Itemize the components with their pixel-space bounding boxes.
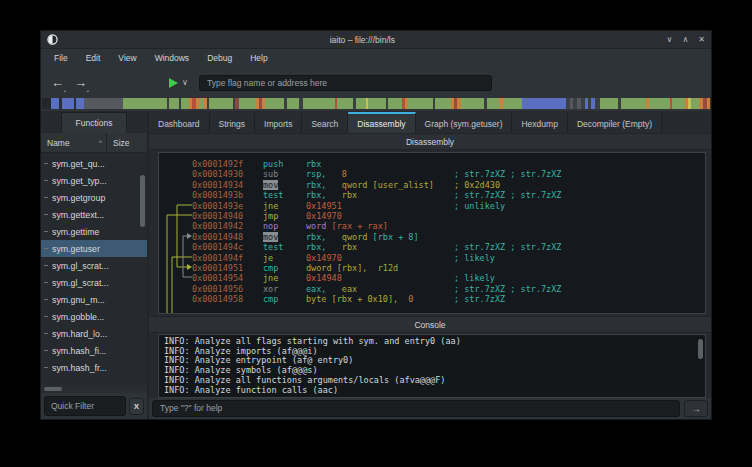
tree-tick-icon xyxy=(44,282,48,283)
console-panel-title[interactable]: Console xyxy=(149,316,711,333)
functions-hscroll-thumb[interactable] xyxy=(44,387,62,391)
instruction-address: 0x00014940 xyxy=(192,211,263,221)
memory-map-segment xyxy=(84,98,123,109)
function-list-item[interactable]: sym.gnu_m... xyxy=(41,291,147,308)
memory-map-segment xyxy=(209,98,233,109)
tab-imports[interactable]: Imports xyxy=(255,112,302,133)
instruction-operand: rsp, xyxy=(306,169,326,179)
memory-map-bar[interactable] xyxy=(42,98,710,109)
menu-view[interactable]: View xyxy=(109,49,145,68)
disassembly-row[interactable]: 0x00014956xoreax, eax; str.7zXZ ; str.7z… xyxy=(192,284,705,294)
function-list-item[interactable]: sym.getgroup xyxy=(41,189,147,206)
tab-functions[interactable]: Functions xyxy=(61,112,128,133)
tab-graph-sym-getuser[interactable]: Graph (sym.getuser) xyxy=(416,112,513,133)
menu-edit[interactable]: Edit xyxy=(77,49,110,68)
instruction-operand: r12d xyxy=(367,263,398,273)
instruction-comment: ; likely xyxy=(454,273,495,283)
tab-hexdump[interactable]: Hexdump xyxy=(512,112,567,133)
disassembly-row[interactable]: 0x0001492fpushrbx xyxy=(192,159,705,169)
memory-map-segment xyxy=(461,98,485,109)
functions-list: sym.get_qu...sym.get_typ...sym.getgroups… xyxy=(41,153,147,385)
menu-windows[interactable]: Windows xyxy=(146,49,198,68)
disassembly-row[interactable]: 0x00014958cmpbyte [rbx + 0x10], 0; str.7… xyxy=(192,294,705,304)
close-button[interactable]: ✕ xyxy=(698,35,705,44)
instruction-operand: dword [rbx], xyxy=(306,263,367,273)
function-list-item[interactable]: sym.hash_fi... xyxy=(41,342,147,359)
clear-filter-button[interactable]: X xyxy=(129,398,144,415)
function-list-item[interactable]: sym.hard_lo... xyxy=(41,325,147,342)
function-list-item[interactable]: sym.get_qu... xyxy=(41,155,147,172)
disassembly-view[interactable]: 0x0001492fpushrbx0x00014930subrsp, 8; st… xyxy=(158,152,706,314)
quick-filter-input[interactable] xyxy=(44,396,126,416)
tab-strings[interactable]: Strings xyxy=(210,112,255,133)
flag-search-input[interactable] xyxy=(199,75,492,91)
forward-button[interactable]: →⌄ xyxy=(74,75,87,90)
menu-file[interactable]: File xyxy=(45,49,77,68)
disassembly-row[interactable]: 0x00014954jne0x14948; likely xyxy=(192,273,705,283)
functions-vertical-scrollbar[interactable] xyxy=(140,175,145,227)
memory-map-segment xyxy=(51,98,59,109)
sort-ascending-icon: ^ xyxy=(99,139,102,146)
back-dropdown-icon[interactable]: ⌄ xyxy=(63,87,67,93)
column-header-name[interactable]: Name ^ xyxy=(41,133,107,152)
tab-decompiler-empty[interactable]: Decompiler (Empty) xyxy=(568,112,662,133)
menu-help[interactable]: Help xyxy=(241,49,276,68)
function-list-item[interactable]: sym.get_typ... xyxy=(41,172,147,189)
instruction-operand: qword [user_alist] xyxy=(326,180,433,190)
function-name: sym.hard_lo... xyxy=(52,329,107,339)
instruction-operand: 0 xyxy=(398,294,413,304)
instruction-operand: eax xyxy=(326,284,357,294)
tab-dashboard[interactable]: Dashboard xyxy=(149,112,210,133)
console-command-input[interactable] xyxy=(152,400,680,417)
column-header-size[interactable]: Size xyxy=(107,138,130,148)
tree-tick-icon xyxy=(44,197,48,198)
disassembly-row[interactable]: 0x0001493ejne0x14951; unlikely xyxy=(192,201,705,211)
maximize-button[interactable]: ∧ xyxy=(682,35,688,44)
function-list-item[interactable]: sym.gl_scrat... xyxy=(41,274,147,291)
instruction-operand: rbx xyxy=(306,159,321,169)
window-title: iaito – file:///bin/ls xyxy=(58,35,667,45)
tab-search[interactable]: Search xyxy=(302,112,348,133)
play-dropdown-icon[interactable]: ∨ xyxy=(182,78,188,87)
instruction-address: 0x00014951 xyxy=(192,263,263,273)
command-submit-button[interactable]: → xyxy=(684,400,708,417)
disassembly-row[interactable]: 0x00014942nopword [rax + rax] xyxy=(192,221,705,231)
function-name: sym.getgroup xyxy=(52,193,105,203)
disassembly-row[interactable]: 0x00014934movrbx, qword [user_alist]; 0x… xyxy=(192,180,705,190)
function-list-item[interactable]: sym.gettext... xyxy=(41,206,147,223)
console-log-line: INFO: Analyze function calls (aac) xyxy=(164,386,700,396)
instruction-mnemonic: je xyxy=(263,253,273,263)
instruction-operand: byte [rbx + 0x10], xyxy=(306,294,398,304)
title-bar[interactable]: iaito – file:///bin/ls ∨ ∧ ✕ xyxy=(41,31,711,49)
disassembly-row[interactable]: 0x0001494fje0x14970; likely xyxy=(192,253,705,263)
functions-horizontal-scrollbar[interactable] xyxy=(41,385,147,393)
disassembly-row[interactable]: 0x00014930subrsp, 8; str.7zXZ ; str.7zXZ xyxy=(192,169,705,179)
disassembly-row[interactable]: 0x0001493btestrbx, rbx; str.7zXZ ; str.7… xyxy=(192,190,705,200)
function-list-item[interactable]: sym.gobble... xyxy=(41,308,147,325)
disassembly-row[interactable]: 0x00014951cmpdword [rbx], r12d xyxy=(192,263,705,273)
back-button[interactable]: ←⌄ xyxy=(51,75,64,90)
menu-bar: FileEditViewWindowsDebugHelp xyxy=(41,49,711,68)
tree-tick-icon xyxy=(44,367,48,368)
instruction-address: 0x00014958 xyxy=(192,294,263,304)
instruction-operand: rbx, xyxy=(306,180,326,190)
memory-map-segment xyxy=(649,98,670,109)
memory-map-segment xyxy=(487,98,500,109)
console-output[interactable]: INFO: Analyze all flags starting with sy… xyxy=(158,334,706,398)
disassembly-panel-title[interactable]: Disassembly xyxy=(149,133,711,150)
instruction-address: 0x00014942 xyxy=(192,221,263,231)
menu-debug[interactable]: Debug xyxy=(198,49,241,68)
function-list-item[interactable]: sym.getuser xyxy=(41,240,147,257)
disassembly-row[interactable]: 0x00014948movrbx, qword [rbx + 8] xyxy=(192,232,705,242)
function-list-item[interactable]: sym.gettime xyxy=(41,223,147,240)
tree-tick-icon xyxy=(44,214,48,215)
tab-disassembly[interactable]: Disassembly xyxy=(348,112,415,133)
disassembly-row[interactable]: 0x0001494ctestrbx, rbx; str.7zXZ ; str.7… xyxy=(192,242,705,252)
function-list-item[interactable]: sym.gl_scrat... xyxy=(41,257,147,274)
minimize-button[interactable]: ∨ xyxy=(667,35,673,44)
console-scrollbar[interactable] xyxy=(698,339,703,359)
function-list-item[interactable]: sym.hash_fr... xyxy=(41,359,147,376)
disassembly-row[interactable]: 0x00014940jmp0x14970 xyxy=(192,211,705,221)
continue-play-button[interactable] xyxy=(169,78,178,88)
forward-dropdown-icon[interactable]: ⌄ xyxy=(86,87,90,93)
